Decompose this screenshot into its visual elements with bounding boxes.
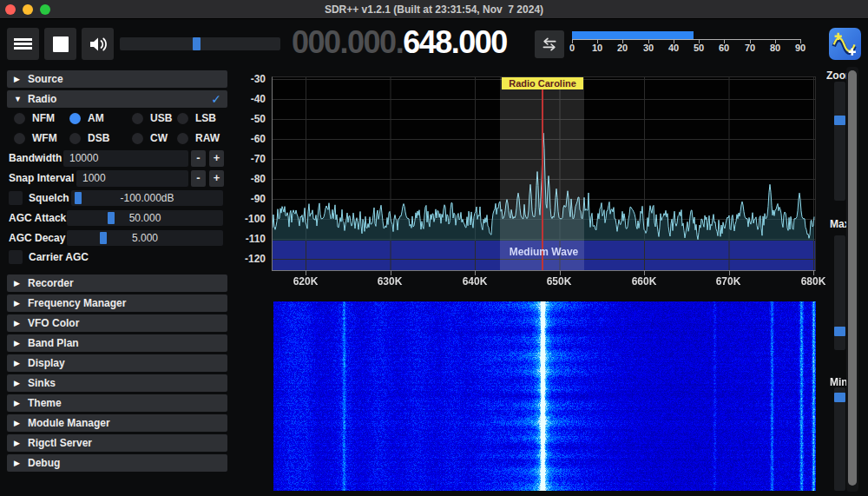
radio-dot[interactable]	[132, 133, 143, 144]
radio-dot[interactable]	[14, 133, 25, 144]
snr-meter-fill	[572, 31, 694, 39]
volume-slider[interactable]	[120, 37, 280, 50]
bandwidth-input[interactable]: 10000	[63, 150, 188, 167]
mode-label: WFM	[32, 132, 57, 144]
mode-option-usb[interactable]: USB	[132, 112, 172, 124]
snap-increment-button[interactable]: +	[209, 170, 224, 187]
section-header-band-plan[interactable]: ▶ Band Plan	[7, 334, 227, 352]
frequency-leading-zeros: 000.000.	[292, 24, 403, 60]
window-title: SDR++ v1.2.1 (Built at 23:31:54, Nov 7 2…	[0, 0, 868, 19]
radio-section-header[interactable]: ▼ Radio ✓	[7, 90, 227, 108]
mode-label: AM	[88, 112, 104, 124]
zoom-slider-handle[interactable]	[834, 116, 845, 125]
section-header-display[interactable]: ▶ Display	[7, 354, 227, 372]
chevron-right-icon: ▶	[14, 299, 28, 308]
snap-interval-input[interactable]: 1000	[76, 170, 188, 187]
squelch-checkbox[interactable]	[9, 191, 23, 205]
x-axis-tick-label: 670K	[702, 275, 754, 288]
radio-dot-selected[interactable]	[69, 113, 81, 124]
mode-option-lsb[interactable]: LSB	[177, 112, 216, 124]
mode-label: RAW	[195, 132, 220, 144]
agc-attack-slider-handle[interactable]	[108, 212, 115, 224]
fft-plot[interactable]: Medium Wave	[272, 76, 816, 271]
radio-dot[interactable]	[69, 133, 81, 144]
section-header-module-manager[interactable]: ▶ Module Manager	[7, 414, 227, 432]
title-bar: SDR++ v1.2.1 (Built at 23:31:54, Nov 7 2…	[0, 0, 868, 19]
snap-interval-label: Snap Interval	[9, 170, 74, 187]
chevron-right-icon: ▶	[14, 339, 28, 347]
carrier-agc-checkbox[interactable]	[9, 250, 23, 264]
section-label: Display	[28, 357, 65, 369]
agc-decay-slider-handle[interactable]	[100, 232, 107, 244]
speaker-icon	[88, 35, 108, 54]
y-axis-tick-label: -30	[234, 73, 266, 85]
y-axis-tick-label: -110	[234, 233, 266, 245]
max-slider[interactable]	[834, 235, 845, 350]
freq-axis: 620K 630K 640K 650K 660K 670K 680K	[272, 271, 816, 292]
zoom-slider[interactable]	[834, 82, 845, 201]
stop-button[interactable]	[44, 28, 76, 60]
section-header-rigctl-server[interactable]: ▶ Rigctl Server	[7, 434, 227, 452]
y-axis-tick-label: -100	[234, 213, 266, 225]
section-header-recorder[interactable]: ▶ Recorder	[7, 274, 227, 292]
snr-tick-label: 80	[766, 43, 784, 53]
station-bookmark-label[interactable]: Radio Caroline	[502, 77, 583, 89]
chevron-right-icon: ▶	[14, 379, 28, 387]
frequency-display[interactable]: 000.000.648.000	[292, 23, 507, 63]
y-axis-tick-label: -50	[234, 113, 266, 125]
bandwidth-increment-button[interactable]: +	[209, 150, 224, 167]
chevron-down-icon: ▼	[14, 95, 28, 103]
radio-dot[interactable]	[14, 113, 25, 124]
radio-dot[interactable]	[177, 133, 188, 144]
y-axis-tick-label: -80	[234, 173, 266, 185]
section-label: VFO Color	[28, 317, 79, 329]
scrollbar-thumb[interactable]	[848, 70, 857, 486]
min-slider[interactable]	[834, 387, 845, 491]
waterfall-canvas[interactable]	[273, 301, 816, 491]
max-slider-handle[interactable]	[834, 327, 845, 336]
y-axis-tick-label: -70	[234, 153, 266, 165]
snr-tick-label: 10	[589, 43, 606, 53]
tuning-mode-button[interactable]	[535, 30, 564, 58]
section-header-frequency-manager[interactable]: ▶ Frequency Manager	[7, 294, 227, 312]
radio-dot[interactable]	[132, 113, 143, 124]
section-header-sinks[interactable]: ▶ Sinks	[7, 374, 227, 392]
volume-slider-handle[interactable]	[193, 37, 201, 50]
mode-option-am[interactable]: AM	[69, 112, 104, 124]
squelch-label: Squelch	[29, 190, 69, 207]
section-label: Rigctl Server	[28, 437, 92, 449]
menu-button[interactable]	[7, 28, 39, 60]
squelch-slider-handle[interactable]	[75, 192, 82, 204]
x-axis-tick-label: 650K	[533, 275, 585, 288]
mode-option-dsb[interactable]: DSB	[69, 132, 109, 144]
mode-option-nfm[interactable]: NFM	[14, 112, 55, 124]
section-label: Recorder	[28, 277, 74, 289]
agc-decay-slider[interactable]: 5.000	[67, 230, 223, 246]
section-header-debug[interactable]: ▶ Debug	[7, 454, 227, 472]
x-axis-tick-label: 620K	[279, 275, 332, 288]
mode-option-wfm[interactable]: WFM	[14, 132, 57, 144]
app-window: SDR++ v1.2.1 (Built at 23:31:54, Nov 7 2…	[0, 0, 868, 496]
snap-decrement-button[interactable]: -	[191, 170, 206, 187]
bandwidth-decrement-button[interactable]: -	[191, 150, 206, 167]
swap-arrows-icon	[540, 36, 559, 53]
scrollbar-track[interactable]	[846, 67, 858, 492]
agc-attack-slider[interactable]: 50.000	[67, 210, 223, 226]
snr-meter: 0 10 20 30 40 50 60 70 80 90	[572, 28, 803, 57]
squelch-slider[interactable]: -100.000dB	[71, 190, 223, 206]
radio-dot[interactable]	[177, 113, 188, 124]
source-section-label: Source	[28, 73, 63, 85]
mode-option-raw[interactable]: RAW	[177, 132, 220, 144]
section-header-vfo-color[interactable]: ▶ VFO Color	[7, 314, 227, 332]
mode-option-cw[interactable]: CW	[132, 132, 168, 144]
mode-label: USB	[150, 112, 172, 124]
radio-enabled-check-icon[interactable]: ✓	[211, 92, 221, 106]
snr-tick-label: 90	[792, 43, 809, 53]
vfo-center-line[interactable]	[542, 77, 543, 270]
source-section-header[interactable]: ▶ Source	[7, 70, 227, 88]
mute-button[interactable]	[82, 28, 114, 60]
carrier-agc-label: Carrier AGC	[29, 249, 89, 266]
section-header-theme[interactable]: ▶ Theme	[7, 394, 227, 412]
hamburger-icon	[14, 36, 32, 51]
min-slider-handle[interactable]	[834, 393, 845, 402]
